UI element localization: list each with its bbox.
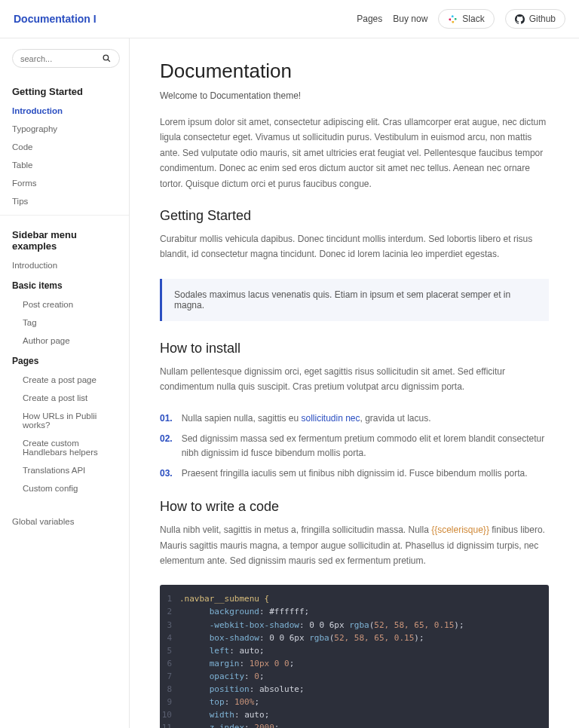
sidebar-item-code[interactable]: Code	[12, 142, 120, 151]
section-getting-started: Getting Started	[160, 208, 549, 224]
list-number: 03.	[160, 466, 173, 481]
svg-line-1	[108, 60, 110, 62]
github-button[interactable]: Github	[505, 9, 565, 29]
sidebar-divider	[0, 215, 129, 216]
slack-button[interactable]: Slack	[438, 9, 494, 29]
github-icon	[515, 14, 525, 24]
list-number: 02.	[160, 432, 173, 460]
page-title: Documentation	[160, 60, 549, 83]
sidebar-item-intro2[interactable]: Introduction	[12, 261, 120, 270]
sidebar-subtitle-basic: Basic items	[12, 280, 120, 291]
install-paragraph: Nullam pellentesque dignissim orci, eget…	[160, 364, 549, 395]
intro-paragraph: Lorem ipsum dolor sit amet, consectetur …	[160, 115, 549, 191]
sidebar-item-translations[interactable]: Translations API	[23, 466, 120, 475]
code-paragraph: Nulla nibh velit, sagittis in metus a, f…	[160, 522, 549, 568]
sidebar-item-tag[interactable]: Tag	[23, 318, 120, 327]
list-item: 03.Praesent fringilla iaculis sem ut fin…	[160, 466, 549, 481]
sidebar-item-tips[interactable]: Tips	[12, 197, 120, 206]
sidebar-item-introduction[interactable]: Introduction	[12, 106, 120, 115]
sidebar-section-examples: Sidebar menu examples	[12, 229, 120, 252]
sidebar-item-create-post-list[interactable]: Create a post list	[23, 393, 120, 402]
sidebar-item-forms[interactable]: Forms	[12, 179, 120, 188]
install-list: 01.Nulla sapien nulla, sagittis eu solli…	[160, 411, 549, 482]
gs-paragraph: Curabitur mollis vehicula dapibus. Donec…	[160, 231, 549, 262]
inline-link[interactable]: sollicitudin nec	[301, 413, 360, 424]
sidebar-item-post-creation[interactable]: Post creation	[23, 300, 120, 309]
sidebar-item-author-page[interactable]: Author page	[23, 336, 120, 345]
section-install: How to install	[160, 341, 549, 356]
callout-box: Sodales maximus lacus venenatis quis. Et…	[160, 279, 549, 321]
search-box[interactable]	[12, 49, 120, 68]
search-icon	[102, 54, 112, 63]
welcome-text: Welcome to Documentation theme!	[160, 90, 549, 101]
sidebar-section-getting-started: Getting Started	[12, 86, 120, 97]
main-content: Documentation Welcome to Documentation t…	[130, 38, 579, 728]
sidebar-item-table[interactable]: Table	[12, 161, 120, 170]
slack-label: Slack	[462, 14, 484, 24]
sidebar-item-typography[interactable]: Typography	[12, 124, 120, 133]
nav-buynow[interactable]: Buy now	[393, 14, 427, 24]
sidebar: Getting Started Introduction Typography …	[0, 38, 130, 728]
section-code: How to write a code	[160, 499, 549, 515]
header: Documentation I Pages Buy now Slack Gith…	[0, 0, 579, 38]
nav-pages[interactable]: Pages	[357, 14, 382, 24]
sidebar-subtitle-pages: Pages	[12, 356, 120, 366]
sidebar-item-custom-config[interactable]: Custom config	[23, 484, 120, 493]
list-number: 01.	[160, 411, 173, 426]
header-nav: Pages Buy now Slack Github	[357, 9, 565, 29]
github-label: Github	[529, 14, 556, 24]
code-block: 1.navbar__submenu { 2 background: #fffff…	[160, 585, 549, 728]
logo[interactable]: Documentation I	[14, 13, 96, 25]
sidebar-item-handlebars[interactable]: Create custom Handlebars helpers	[23, 439, 120, 457]
svg-point-0	[103, 55, 109, 60]
template-token: {{scelerisque}}	[431, 525, 489, 535]
slack-icon	[448, 14, 458, 24]
list-item: 01.Nulla sapien nulla, sagittis eu solli…	[160, 411, 549, 426]
sidebar-item-global-vars[interactable]: Global variables	[12, 517, 120, 526]
sidebar-item-urls[interactable]: How URLs in Publii works?	[23, 411, 120, 430]
list-item: 02.Sed dignissim massa sed ex fermentum …	[160, 432, 549, 460]
sidebar-item-create-post-page[interactable]: Create a post page	[23, 375, 120, 384]
search-input[interactable]	[20, 54, 102, 63]
